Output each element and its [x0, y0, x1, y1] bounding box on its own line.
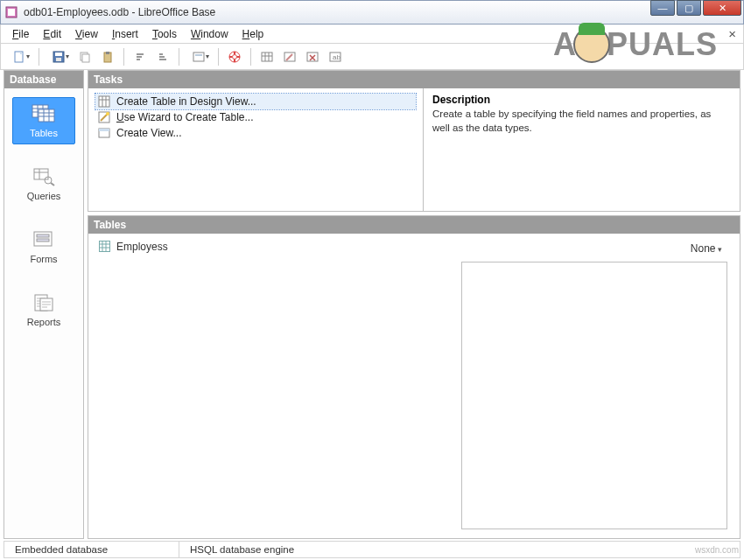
sidebar-item-tables[interactable]: Tables — [12, 97, 75, 144]
sidebar-item-forms[interactable]: Forms — [12, 223, 75, 270]
svg-rect-28 — [99, 96, 109, 107]
help-button[interactable] — [225, 47, 244, 66]
svg-rect-7 — [82, 54, 89, 62]
reports-icon — [31, 292, 57, 313]
menu-view[interactable]: View — [69, 26, 104, 42]
view-mode-selector[interactable]: None — [461, 239, 731, 262]
forms-icon — [31, 229, 57, 250]
tasks-body: Create Table in Design View... Use Wizar… — [88, 88, 740, 211]
edit-table-button[interactable] — [280, 47, 299, 66]
window-title: odb01-Employees.odb - LibreOffice Base — [24, 6, 740, 18]
task-create-view[interactable]: Create View... — [95, 125, 416, 141]
toolbar-separator — [179, 48, 179, 66]
tables-list: Employess — [88, 234, 461, 538]
paste-button[interactable] — [98, 47, 117, 66]
table-button[interactable] — [257, 47, 277, 66]
rename-button[interactable]: ab — [326, 47, 345, 66]
credit-text: wsxdn.com — [695, 545, 739, 555]
tables-header: Tables — [88, 216, 740, 234]
toolbar-separator — [218, 48, 219, 66]
sidebar: Database Tables Queries Forms Reports — [4, 70, 84, 539]
svg-rect-10 — [193, 52, 204, 61]
description-pane: Description Create a table by specifying… — [423, 88, 740, 211]
tables-panel: Tables Employess None — [88, 215, 740, 539]
task-create-table-design[interactable]: Create Table in Design View... — [95, 94, 416, 109]
close-button[interactable]: ✕ — [703, 0, 741, 16]
titlebar: odb01-Employees.odb - LibreOffice Base —… — [0, 0, 744, 24]
table-row[interactable]: Employess — [99, 241, 451, 253]
maximize-button[interactable]: ▢ — [677, 0, 701, 16]
design-view-icon — [97, 94, 111, 108]
preview-pane — [461, 262, 727, 529]
sidebar-body: Tables Queries Forms Reports — [4, 88, 83, 538]
app-icon — [4, 5, 18, 19]
delete-table-button[interactable] — [303, 47, 322, 66]
svg-rect-1 — [8, 9, 15, 16]
svg-rect-4 — [55, 52, 62, 56]
svg-rect-9 — [106, 52, 109, 54]
sort-asc-button[interactable] — [130, 47, 150, 66]
wizard-icon — [97, 110, 111, 124]
form-button[interactable] — [186, 47, 212, 66]
svg-rect-11 — [195, 54, 202, 56]
toolbar-separator — [123, 48, 124, 66]
task-use-wizard[interactable]: Use Wizard to Create Table... — [95, 109, 416, 125]
sidebar-item-label: Forms — [30, 254, 57, 264]
window-controls: — ▢ ✕ — [650, 0, 741, 16]
svg-rect-14 — [262, 52, 272, 61]
queries-icon — [31, 166, 57, 187]
view-icon — [97, 126, 111, 140]
description-text: Create a table by specifying the field n… — [432, 108, 731, 135]
toolbar: ab — [0, 44, 744, 70]
save-button[interactable] — [46, 47, 72, 66]
new-button[interactable] — [6, 47, 32, 66]
menubar: File Edit View Insert Tools Window Help … — [0, 24, 744, 44]
tasks-panel: Tasks Create Table in Design View... Use… — [88, 70, 740, 212]
main-column: Tasks Create Table in Design View... Use… — [88, 70, 740, 539]
svg-rect-24 — [37, 234, 49, 237]
task-label: Use Wizard to Create Table... — [116, 111, 254, 123]
toolbar-separator — [39, 48, 39, 66]
minimize-button[interactable]: — — [650, 0, 675, 16]
svg-point-30 — [106, 112, 109, 116]
sidebar-header: Database — [4, 71, 83, 88]
svg-rect-20 — [39, 109, 54, 122]
menu-insert[interactable]: Insert — [106, 26, 144, 42]
svg-rect-25 — [37, 239, 49, 242]
tables-body: Employess None — [88, 234, 740, 538]
menu-file[interactable]: File — [6, 26, 35, 42]
menu-edit[interactable]: Edit — [37, 26, 67, 42]
table-icon — [99, 241, 111, 253]
document-close-icon[interactable]: × — [728, 26, 736, 41]
copy-button[interactable] — [75, 47, 95, 66]
preview-block: None — [461, 234, 740, 538]
sidebar-item-label: Reports — [27, 317, 61, 327]
svg-rect-5 — [56, 58, 61, 61]
svg-point-13 — [233, 54, 237, 59]
sidebar-item-label: Queries — [27, 191, 61, 201]
task-label: Create Table in Design View... — [116, 95, 256, 108]
sort-desc-button[interactable] — [153, 47, 172, 66]
workspace: Database Tables Queries Forms Reports Ta… — [4, 70, 740, 539]
tables-icon — [31, 103, 57, 124]
menu-help[interactable]: Help — [236, 26, 270, 42]
status-cell-engine: HSQL database engine — [179, 542, 740, 557]
menu-window[interactable]: Window — [185, 26, 235, 42]
statusbar: Embedded database HSQL database engine — [4, 541, 740, 558]
tasks-header: Tasks — [88, 71, 740, 88]
table-name: Employess — [116, 241, 168, 253]
svg-text:ab: ab — [333, 53, 340, 61]
sidebar-item-queries[interactable]: Queries — [12, 160, 75, 207]
toolbar-separator — [250, 48, 251, 66]
sidebar-item-label: Tables — [30, 128, 58, 138]
svg-rect-32 — [99, 129, 109, 131]
sidebar-item-reports[interactable]: Reports — [12, 286, 75, 333]
task-label: Create View... — [116, 127, 181, 139]
menu-tools[interactable]: Tools — [146, 26, 183, 42]
status-cell-db-type: Embedded database — [4, 542, 179, 557]
description-title: Description — [432, 94, 731, 106]
svg-rect-33 — [100, 242, 110, 252]
tasks-list: Create Table in Design View... Use Wizar… — [88, 88, 423, 211]
